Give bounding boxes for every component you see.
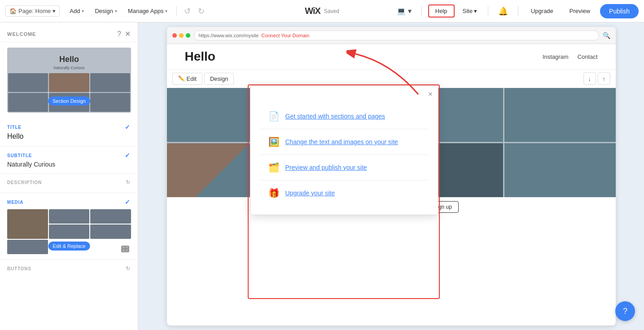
browser-dot-red [172,33,177,38]
main-layout: WELCOME ? ✕ Hello Naturally Curious Sec [0,22,644,330]
toolbar-divider-3 [488,6,488,17]
move-up-button[interactable]: ↑ [598,72,610,85]
media-check-icon: ✓ [125,198,131,206]
title-field-section: TITLE ✓ Hello [0,118,138,146]
help-item-4-icon: 🎁 [268,188,279,198]
browser-connect-domain-cta[interactable]: Connect Your Domain [261,33,309,38]
upgrade-label: Upgrade [531,8,553,14]
edit-button[interactable]: ✏️ Edit [172,73,202,85]
buttons-spinner-icon: ↻ [126,265,131,272]
browser-mockup: https://www.wix.com/mysite Connect Your … [167,27,616,326]
fab-help-button[interactable]: ? [615,301,635,321]
site-hello-title: Hello [185,49,215,64]
media-cell-person [7,209,48,239]
notifications-button[interactable]: 🔔 [495,4,512,18]
media-cell-2 [90,209,131,224]
preview-thumbnail[interactable]: Hello Naturally Curious Section Design [7,48,131,113]
upgrade-button[interactable]: Upgrade [525,5,560,17]
wix-logo: WiX [305,6,320,16]
add-menu-button[interactable]: Add ▾ [65,5,88,17]
section-design-badge[interactable]: Section Design [48,97,90,106]
browser-url-bar[interactable]: https://www.wix.com/mysite Connect Your … [194,31,599,40]
photo-cell-4 [504,88,616,142]
media-label-text: MEDIA [7,200,23,205]
help-item-2[interactable]: 🖼️ Change the text and images on your si… [259,129,429,155]
grid-cell-person [49,73,89,92]
edit-label: Edit [187,75,197,82]
edit-pencil-icon: ✏️ [178,75,185,82]
help-label: Help [435,8,447,14]
preview-subtitle-text: Naturally Curious [53,66,84,70]
media-thumbnail-grid[interactable]: Edit & Replace ⛶ [7,209,131,254]
publish-button[interactable]: Publish [600,4,639,18]
browser-dot-yellow [179,33,184,38]
move-down-button[interactable]: ↓ [583,72,596,85]
subtitle-field-value[interactable]: Naturally Curious [7,161,131,168]
design-label: Design [95,8,113,14]
toolbar-divider-1 [176,6,177,17]
help-button[interactable]: Help [428,4,455,18]
design-button[interactable]: Design [204,73,234,85]
help-modal-body: 📄 Get started with sections and pages 🖼️… [250,86,438,206]
panel-title: WELCOME [7,31,36,37]
toolbar: 🏠 Page: Home ▾ Add ▾ Design ▾ Manage App… [0,0,644,22]
saved-status: Saved [324,8,339,14]
toolbar-divider-2 [421,6,422,17]
page-selector-label: Page: Home [18,8,51,14]
media-field-label: MEDIA ✓ [7,198,131,206]
nav-item-instagram[interactable]: Instagram [543,53,569,60]
title-check-icon: ✓ [125,123,131,131]
panel-header-icons: ? ✕ [117,30,131,38]
title-label-text: TITLE [7,125,22,130]
media-cell-5 [7,240,48,254]
edit-design-buttons: ✏️ Edit Design [172,73,234,85]
nav-item-contact[interactable]: Contact [578,53,598,60]
site-chevron: ▾ [474,8,477,14]
site-label: Site [463,8,473,14]
media-field-section: MEDIA ✓ Edit & Replace ⛶ [0,193,138,260]
buttons-field-label: BUTTONS ↻ [7,265,131,272]
redo-button[interactable]: ↻ [195,4,207,18]
publish-label: Publish [609,8,630,15]
photo-cell-8 [504,143,616,197]
help-item-4-text: Upgrade your site [285,189,335,197]
page-selector[interactable]: 🏠 Page: Home ▾ [5,5,60,17]
preview-button[interactable]: Preview [563,5,596,17]
description-field-section: DESCRIPTION ↻ [0,174,138,193]
design-label: Design [210,75,228,82]
description-spinner-icon: ↻ [126,179,131,185]
device-preview-button[interactable]: 💻 ▾ [393,4,415,18]
site-menu-button[interactable]: Site ▾ [458,5,482,17]
site-header: Hello Instagram Contact [167,44,616,70]
browser-dots [172,33,190,38]
help-item-4[interactable]: 🎁 Upgrade your site [259,180,429,206]
design-chevron: ▾ [115,9,117,13]
manage-apps-menu-button[interactable]: Manage Apps ▾ [123,5,172,17]
toolbar-right: 💻 ▾ Help Site ▾ 🔔 Upgrade Preview Publis… [393,4,639,18]
help-item-3[interactable]: 🗂️ Preview and publish your site [259,155,429,180]
browser-search-icon[interactable]: 🔍 [603,32,610,39]
help-item-2-icon: 🖼️ [268,136,279,147]
edit-replace-badge[interactable]: Edit & Replace [48,242,90,251]
help-modal-close-button[interactable]: × [428,90,432,98]
help-item-3-text: Preview and publish your site [285,164,367,171]
media-cell-1 [49,209,90,224]
page-icon: 🏠 [9,8,17,14]
browser-toolbar: https://www.wix.com/mysite Connect Your … [167,27,616,44]
help-item-1[interactable]: 📄 Get started with sections and pages [259,104,429,129]
preview-thumb-grid [7,72,131,113]
browser-url-domain: https://www.wix.com/mysite [199,33,259,38]
close-icon: × [428,90,432,98]
panel-header: WELCOME ? ✕ [0,22,138,42]
undo-button[interactable]: ↺ [181,4,193,18]
grid-cell-1 [8,73,48,92]
panel-help-icon[interactable]: ? [117,30,121,38]
design-menu-button[interactable]: Design ▾ [90,5,121,17]
fab-icon: ? [623,307,627,316]
media-cell-3 [49,224,90,239]
toolbar-divider-4 [518,6,518,17]
title-field-value[interactable]: Hello [7,132,131,141]
subtitle-field-label: SUBTITLE ✓ [7,152,131,159]
section-arrow-buttons: ↓ ↑ [583,72,610,85]
panel-close-icon[interactable]: ✕ [125,30,131,38]
